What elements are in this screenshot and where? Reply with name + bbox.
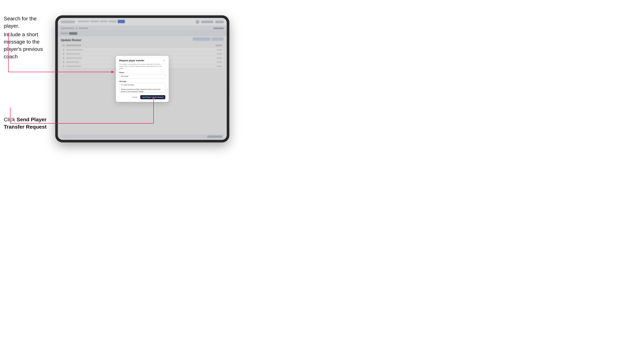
tablet-device: Update Roster: [55, 15, 229, 143]
modal-footer: Cancel Send Player Transfer Request: [119, 95, 165, 99]
send-transfer-request-button[interactable]: Send Player Transfer Request: [140, 95, 165, 99]
tablet-screen: Update Roster: [58, 18, 227, 140]
modal-title: Request player transfer: [119, 59, 144, 62]
modal-dialog: Request player transfer × If the player …: [116, 56, 169, 102]
message-label: Message: [119, 80, 165, 82]
player-label: Player: [119, 72, 165, 73]
annotation-click-text: Click Send Player Transfer Request: [4, 116, 47, 131]
annotation-search-text: Search for the player.: [4, 15, 53, 29]
modal-header: Request player transfer ×: [119, 59, 165, 62]
cancel-button[interactable]: Cancel: [130, 96, 139, 99]
modal-description: If the player is transferring from anoth…: [119, 63, 165, 70]
message-textarea[interactable]: Hi Coach McHarg, Please accept this tran…: [119, 83, 165, 93]
modal-close-button[interactable]: ×: [163, 59, 165, 62]
modal-overlay: Request player transfer × If the player …: [58, 18, 227, 140]
annotation-message-text: Include a short message to the player's …: [4, 31, 53, 60]
player-input[interactable]: [119, 74, 165, 78]
